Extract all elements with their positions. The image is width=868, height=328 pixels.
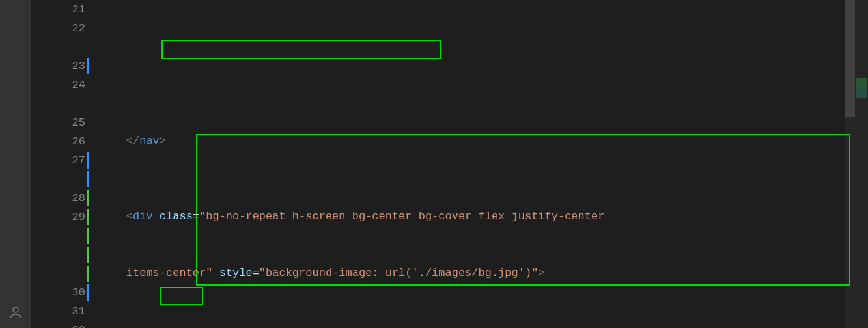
line-number: 32: [31, 321, 85, 328]
diff-highlight-box: [161, 40, 441, 59]
line-number: 31: [31, 302, 85, 321]
line-number: 26: [31, 132, 85, 151]
diff-highlight-box: [160, 287, 203, 305]
minimap-highlight: [856, 78, 867, 98]
line-number: 30: [31, 283, 85, 302]
line-number-wrap: [31, 170, 85, 189]
line-number: 24: [31, 75, 85, 94]
minimap[interactable]: [855, 0, 868, 328]
code-line: <div class="bg-no-repeat h-screen bg-cen…: [100, 207, 868, 226]
line-number: 22: [31, 19, 85, 38]
line-number: 25: [31, 113, 85, 132]
line-number-wrap: [31, 38, 85, 57]
line-number: 29: [31, 208, 85, 226]
line-number: 28: [31, 189, 85, 208]
code-content[interactable]: </nav> <div class="bg-no-repeat h-screen…: [100, 0, 868, 328]
vertical-scrollbar[interactable]: [845, 0, 855, 328]
line-number: 27: [31, 151, 85, 170]
code-line-wrap: items-center" style="background-image: u…: [100, 264, 868, 282]
scrollbar-thumb[interactable]: [845, 0, 855, 117]
code-line: </nav>: [100, 131, 868, 150]
svg-point-0: [13, 307, 18, 312]
line-number-wrap: [31, 245, 85, 264]
line-number-gutter: 21 22 23 24 25 26 27 28 29 30 31 32: [31, 0, 93, 328]
activity-bar: [0, 0, 31, 328]
line-number-wrap: [31, 226, 85, 245]
line-number-wrap: [31, 264, 85, 283]
accounts-icon[interactable]: [0, 297, 31, 328]
line-number: 23: [31, 57, 85, 75]
line-number: 21: [31, 0, 85, 19]
editor-area[interactable]: 21 22 23 24 25 26 27 28 29 30 31 32 </na…: [31, 0, 868, 328]
line-number-wrap: [31, 94, 85, 113]
